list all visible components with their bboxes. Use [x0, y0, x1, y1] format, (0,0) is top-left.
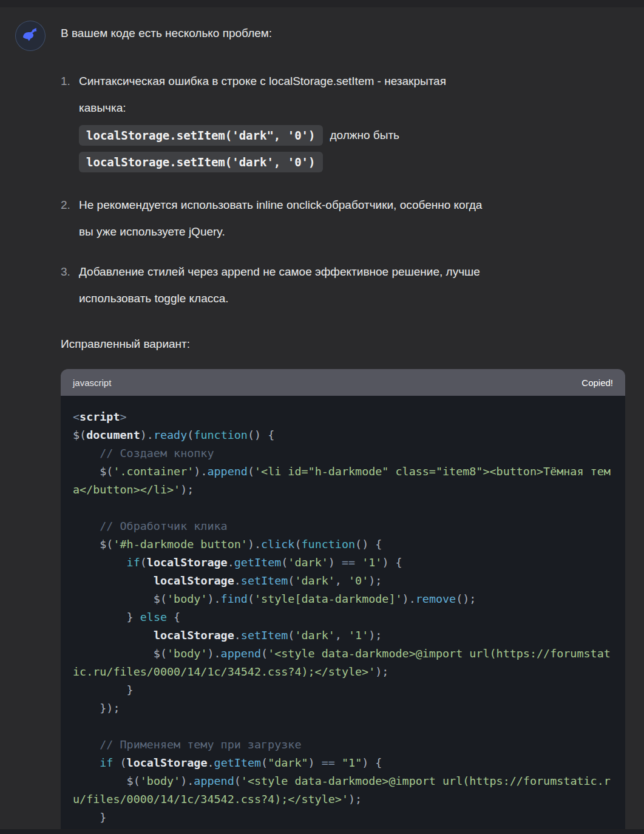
bottom-edge [0, 829, 644, 834]
code-token: ( [281, 556, 288, 569]
code-token: localStorage [147, 556, 228, 569]
code-token: ( [140, 556, 147, 569]
inline-code-note: должно быть [330, 129, 400, 142]
code-line: u/files/0000/14/1c/34542.css?4);</style>… [73, 790, 613, 809]
code-token [73, 574, 154, 587]
code-line [73, 499, 613, 517]
code-token: { [167, 611, 180, 623]
code-token: 'dark' [294, 574, 334, 587]
code-token: ); [375, 665, 388, 678]
code-token: ). [194, 465, 207, 478]
code-token: ( [261, 756, 268, 769]
code-token: , [335, 629, 348, 642]
code-token: // Создаем кнопку [73, 447, 214, 459]
code-line: <script> [73, 408, 613, 426]
code-token: ) [328, 556, 342, 569]
code-token: () { [355, 538, 382, 551]
code-line: $('body').find('style[data-darkmode]').r… [73, 590, 613, 608]
code-token: ( [294, 538, 301, 551]
code-token: function [302, 538, 356, 551]
code-token: getItem [214, 756, 262, 769]
code-line: if (localStorage.getItem("dark") == "1")… [73, 754, 613, 772]
code-line: // Создаем кнопку [73, 444, 613, 463]
deepseek-whale-icon [21, 26, 40, 46]
code-token: == [342, 556, 355, 569]
inline-code-correct: localStorage.setItem('dark', '0') [79, 152, 323, 172]
code-token: '<li id="h-darkmode" class="item8"><butt… [254, 465, 611, 478]
code-line: }); [73, 699, 613, 717]
code-token: } [73, 811, 106, 824]
issue-item: 1.Синтаксическая ошибка в строке с local… [61, 68, 628, 178]
code-token: ( [234, 775, 241, 787]
code-token: document [86, 429, 140, 441]
code-token: '0' [348, 574, 368, 587]
code-token: ( [187, 429, 194, 441]
code-token: if [100, 756, 113, 769]
code-token: $( [73, 647, 167, 660]
code-token: script [80, 410, 120, 423]
code-token: // Применяем тему при загрузке [73, 738, 301, 751]
code-token: getItem [234, 556, 282, 569]
code-token: ); [368, 629, 382, 642]
assistant-avatar [15, 21, 46, 51]
code-token: $( [73, 592, 167, 605]
code-token: ) { [362, 756, 382, 769]
code-token [73, 756, 100, 769]
code-token: click [261, 538, 294, 551]
code-token: } [73, 611, 140, 623]
code-line: localStorage.setItem('dark', '1'); [73, 626, 613, 645]
inline-code-examples: localStorage.setItem('dark", '0')должно … [79, 125, 446, 172]
code-token [73, 556, 127, 569]
code-token: ( [248, 465, 254, 478]
code-token: 'body' [140, 775, 180, 787]
code-token [335, 756, 342, 769]
code-token: "dark" [268, 756, 308, 769]
code-token: // Обработчик клика [73, 520, 228, 532]
code-line: } [73, 681, 613, 699]
code-token: . [234, 629, 241, 642]
code-block: javascript Copied! <script>$(document).r… [61, 369, 625, 834]
code-token: '1' [348, 629, 368, 642]
message-outro: Исправленный вариант: [61, 336, 628, 352]
code-line: } else { [73, 608, 613, 626]
issue-text: Добавление стилей через append не самое … [79, 259, 480, 312]
code-token: '.container' [113, 465, 194, 478]
code-token: '#h-darkmode button' [113, 538, 247, 551]
code-line [73, 717, 613, 736]
code-line: $('body').append('<style data-darkmode>@… [73, 772, 613, 790]
code-token: . [228, 556, 234, 569]
code-token: ). [180, 775, 194, 787]
code-token: 'style[data-darkmode]' [254, 592, 402, 605]
code-token: ). [140, 429, 154, 441]
code-token: (); [456, 592, 476, 605]
code-token: } [73, 683, 134, 696]
issue-number: 2. [61, 192, 79, 245]
assistant-message: В вашем коде есть несколько проблем: 1.С… [0, 7, 644, 834]
code-line: $('#h-darkmode button').click(function()… [73, 535, 613, 554]
code-token: == [322, 756, 335, 769]
message-intro: В вашем коде есть несколько проблем: [61, 25, 628, 41]
code-token: if [127, 556, 140, 569]
code-block-header: javascript Copied! [61, 369, 625, 396]
code-token: ( [288, 629, 294, 642]
copy-status-button[interactable]: Copied! [581, 378, 613, 388]
code-token: localStorage [154, 574, 234, 587]
code-token: u/files/0000/14/1c/34542.css?4);</style>… [73, 793, 348, 805]
code-line: a</button></li>'); [73, 481, 613, 499]
code-token: }); [73, 702, 120, 714]
inline-code-wrong: localStorage.setItem('dark", '0') [79, 125, 323, 146]
code-token: $( [73, 465, 113, 478]
code-token: find [221, 592, 248, 605]
code-content[interactable]: <script>$(document).ready(function() { /… [61, 396, 625, 834]
code-token: else [140, 611, 167, 623]
code-line: } [73, 809, 613, 827]
code-token: . [234, 574, 241, 587]
code-token: ready [154, 429, 187, 441]
code-token: ); [348, 793, 362, 805]
code-token: $( [73, 538, 113, 551]
code-token: . [207, 756, 214, 769]
code-token: < [73, 410, 80, 423]
code-token: remove [416, 592, 456, 605]
code-line: $('.container').append('<li id="h-darkmo… [73, 463, 613, 481]
code-token: '<style data-darkmode>@import url(https:… [268, 647, 611, 660]
